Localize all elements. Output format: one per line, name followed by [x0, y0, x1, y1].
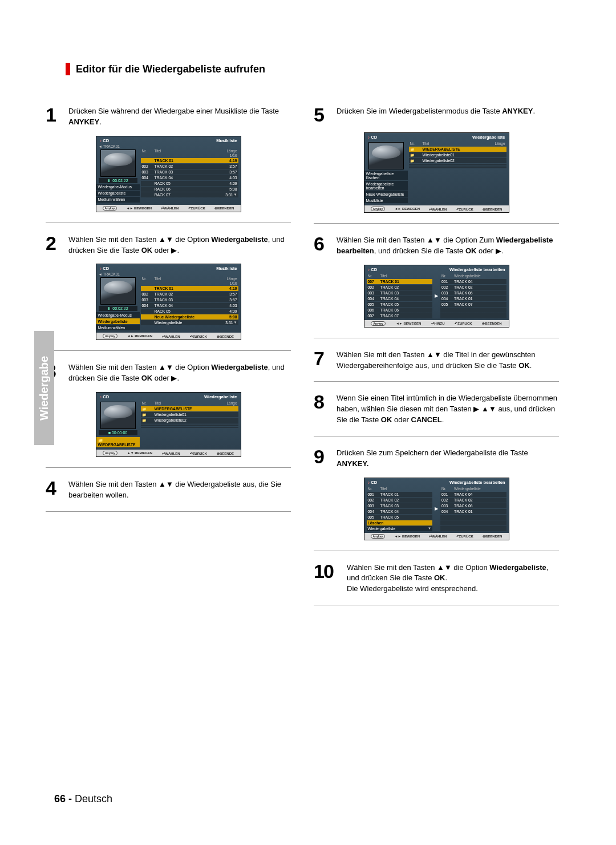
- divider: [314, 605, 559, 605]
- red-bar-icon: [66, 63, 70, 75]
- menu-medium-wahlen: Medium wählen: [96, 197, 140, 203]
- divider: [46, 467, 291, 468]
- divider: [314, 381, 559, 382]
- osd-screenshot-5: ♪ CDWiedergabeliste Wiedergabeliste lösc…: [364, 132, 509, 213]
- divider: [46, 350, 291, 351]
- side-tab: Wiedergabe: [34, 331, 54, 445]
- osd-screenshot-9: ♪ CDWiedergabeliste bearbeiten Nr.Titel …: [364, 478, 509, 540]
- page-number: 66 -: [54, 793, 75, 804]
- menu-wiedergabe-modus: Wiedergabe-Modus: [96, 184, 140, 190]
- page-language: Deutsch: [75, 793, 112, 804]
- side-tab-label: Wiedergabe: [38, 355, 51, 420]
- osd-screenshot-3: ♪ CDWiedergabeliste ■ 00:00:00 📁 WIEDERG…: [96, 392, 241, 457]
- step-6: 6 Wählen Sie mit den Tasten ▲▼ die Optio…: [314, 234, 559, 257]
- left-column: 1 Drücken Sie während der Wiedergabe ein…: [46, 98, 291, 616]
- section-header: Editor für die Wiedergabeliste aufrufen: [66, 63, 570, 75]
- section-title: Editor für die Wiedergabeliste aufrufen: [76, 63, 265, 75]
- divider: [314, 551, 559, 551]
- step-9: 9 Drücken Sie zum Speichern der Wiederga…: [314, 447, 559, 470]
- step-number: 1: [46, 105, 63, 124]
- divider: [46, 223, 291, 223]
- osd-screenshot-2: ♪ CDMusikliste ◄ TRACK01 ⏸ 00:02:22 Wied…: [96, 264, 241, 340]
- step-4: 4 Wählen Sie mit den Tasten ▲▼ die Wiede…: [46, 478, 291, 501]
- step-1: 1 Drücken Sie während der Wiedergabe ein…: [46, 105, 291, 128]
- step-text: Drücken Sie während der Wiedergabe einer…: [68, 105, 291, 128]
- step-7: 7 Wählen Sie mit den Tasten ▲▼ die Titel…: [314, 349, 559, 371]
- page-footer: 66 - Deutsch: [54, 793, 112, 805]
- osd-screenshot-1: ♪ CDMusikliste ◄ TRACK01 ⏸ 00:02:22 Wied…: [96, 136, 241, 212]
- step-5: 5 Drücken Sie im Wiedergabelistenmodus d…: [314, 105, 559, 124]
- step-8: 8 Wenn Sie einen Titel irrtümlich in die…: [314, 392, 559, 426]
- osd-screenshot-6: ♪ CDWiedergabeliste bearbeiten Nr.Titel …: [364, 265, 509, 328]
- right-column: 5 Drücken Sie im Wiedergabelistenmodus d…: [314, 98, 559, 616]
- divider: [46, 511, 291, 512]
- step-2: 2 Wählen Sie mit den Tasten ▲▼ die Optio…: [46, 233, 291, 256]
- step-10: 10 Wählen Sie mit den Tasten ▲▼ die Opti…: [314, 561, 559, 595]
- menu-wiedergabeliste: Wiedergabeliste: [96, 191, 140, 196]
- step-3: 3 Wählen Sie mit den Tasten ▲▼ die Optio…: [46, 361, 291, 384]
- divider: [314, 436, 559, 436]
- divider: [314, 223, 559, 224]
- divider: [314, 338, 559, 338]
